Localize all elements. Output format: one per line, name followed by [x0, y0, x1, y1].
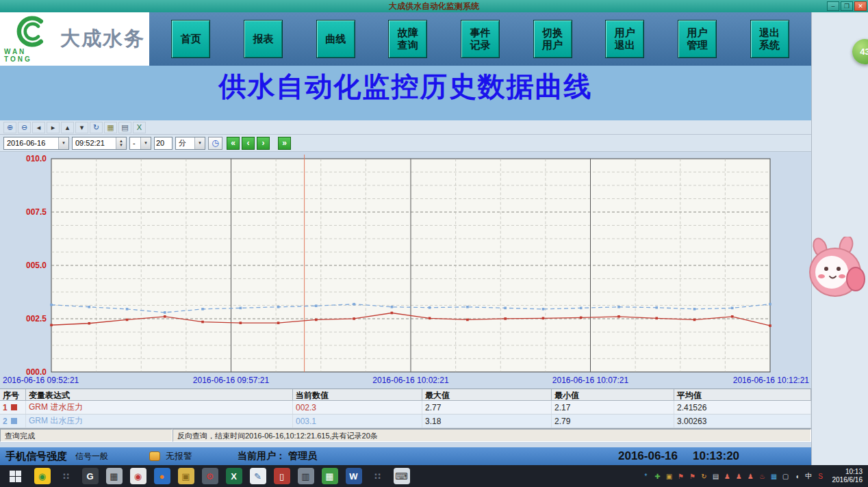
tray-bluetooth-icon[interactable]: *: [641, 473, 652, 480]
nav-button-user-logout[interactable]: 用户 退出: [605, 20, 644, 58]
x-tick-label: 2016-06-16 10:07:21: [552, 376, 629, 385]
taskbar-clock[interactable]: 10:13 2016/6/16: [829, 468, 868, 485]
taskbar-grip[interactable]: ∷: [54, 465, 78, 487]
tray-flag-icon[interactable]: ⚑: [676, 473, 687, 480]
taskbar-app-360browser[interactable]: ◉: [30, 465, 54, 487]
tray-grid-icon[interactable]: ▦: [769, 473, 780, 480]
zoom-in-icon[interactable]: ⊕: [3, 122, 16, 133]
zoom-out-icon[interactable]: ⊖: [18, 122, 31, 133]
nav-button-user-management[interactable]: 用户 管理: [678, 20, 717, 58]
taskbar-app-motorcycle[interactable]: ⚙: [198, 465, 222, 487]
info-strip: 手机信号强度 信号一般 无报警 当前用户： 管理员 2016-06-16 10:…: [0, 447, 811, 465]
variables-table: 序号 变量表达式 当前数值 最大值 最小值 平均值 1 GRM 进水压力 002…: [0, 389, 811, 428]
pan-down-icon[interactable]: ▾: [75, 122, 88, 133]
alarm-status: 无报警: [166, 450, 192, 462]
taskbar-app-calculator[interactable]: ▦: [102, 465, 126, 487]
export-excel-icon[interactable]: X: [133, 122, 146, 133]
spinner-arrows-icon[interactable]: ▲▼: [116, 137, 126, 149]
tray-shield-icon[interactable]: ✚: [652, 473, 663, 480]
x-tick-label: 2016-06-16 10:02:21: [372, 376, 449, 385]
app-header: WAN TONG 大成水务 首页报表曲线故障 查询事件 记录切换 用户用户 退出…: [0, 12, 811, 66]
print-icon[interactable]: ▤: [118, 122, 131, 133]
tray-ime-icon[interactable]: 中: [804, 471, 815, 481]
tray-monitor-icon[interactable]: ▢: [780, 473, 791, 480]
start-button[interactable]: [0, 465, 30, 487]
nav-button-reports[interactable]: 报表: [244, 20, 283, 58]
pan-right-icon[interactable]: ▸: [47, 122, 60, 133]
current-date: 2016-06-16: [618, 449, 678, 463]
unit-select[interactable]: 分 ▼: [175, 137, 205, 150]
taskbar-app-red-notebook[interactable]: ▯: [270, 465, 294, 487]
pan-left-icon[interactable]: ◂: [32, 122, 45, 133]
tray-flag2-icon[interactable]: ⚑: [687, 473, 698, 480]
signal-strength-label: 手机信号强度: [5, 450, 67, 463]
goto-last-button[interactable]: »: [278, 137, 291, 150]
tray-user-icon[interactable]: ♟: [722, 473, 733, 480]
record-nav: «‹›»: [227, 137, 291, 150]
goto-next-button[interactable]: ›: [257, 137, 270, 150]
system-tray: *✚▣⚑⚑↻▤♟♟♟♨▦▢◖中S: [641, 471, 829, 481]
tray-usb-icon[interactable]: ▤: [711, 473, 722, 480]
taskbar-app-scanner[interactable]: ▥: [294, 465, 318, 487]
main-nav: 首页报表曲线故障 查询事件 记录切换 用户用户 退出用户 管理退出 系统: [149, 12, 811, 66]
workspace: ⊕⊖◂▸▴▾↻▦▤X 2016-06-16 ▼ 09:52:21 ▲▼ - ▼ …: [0, 120, 811, 465]
nav-button-event-log[interactable]: 事件 记录: [461, 20, 500, 58]
brand-logo: WAN TONG 大成水务: [0, 12, 149, 66]
goto-first-button[interactable]: «: [227, 137, 240, 150]
x-tick-label: 2016-06-16 10:12:21: [733, 376, 810, 385]
time-spinner[interactable]: 09:52:21 ▲▼: [72, 137, 127, 150]
taskbar: ◉ ∷ G ▦ ◉ ● ▣ ⚙ X ✎ ▯ ▥: [0, 465, 868, 487]
chevron-down-icon: ▼: [58, 137, 68, 149]
table-row-outlet-pressure[interactable]: 2 GRM 出水压力 003.1 3.18 2.79 3.00263: [0, 414, 811, 428]
taskbar-app-word[interactable]: W: [342, 465, 366, 487]
taskbar-app-excel[interactable]: X: [222, 465, 246, 487]
tray-user2-icon[interactable]: ♟: [734, 473, 745, 480]
alarm-icon: [149, 451, 160, 461]
taskbar-app-photo-viewer[interactable]: ◉: [126, 465, 150, 487]
query-toolbar: 2016-06-16 ▼ 09:52:21 ▲▼ - ▼ 分 ▼ ◷ «‹›»: [0, 135, 811, 152]
pan-up-icon[interactable]: ▴: [61, 122, 74, 133]
nav-button-curves[interactable]: 曲线: [316, 20, 355, 58]
series-swatch-icon: [11, 418, 17, 424]
window-title: 大成供水自动化监测系统: [0, 1, 868, 12]
copy-chart-icon[interactable]: ▦: [104, 122, 117, 133]
taskbar-app-file-explorer[interactable]: ▣: [174, 465, 198, 487]
taskbar-app-pdf-reader[interactable]: G: [78, 465, 102, 487]
window-controls: – ❐ ✕: [827, 1, 867, 11]
y-tick-label: 002.5: [26, 314, 47, 324]
range-select[interactable]: - ▼: [129, 137, 151, 150]
taskbar-grip[interactable]: ∷: [366, 465, 390, 487]
close-button[interactable]: ✕: [854, 1, 867, 11]
query-status: 查询完成: [0, 429, 173, 442]
series-swatch-icon: [11, 404, 17, 410]
desktop-pet-mascot[interactable]: [802, 237, 868, 300]
date-select[interactable]: 2016-06-16 ▼: [3, 137, 69, 150]
windows-logo-icon: [10, 471, 21, 482]
tray-camera-icon[interactable]: ▣: [664, 473, 675, 480]
minimize-button[interactable]: –: [827, 1, 839, 11]
nav-button-fault-query[interactable]: 故障 查询: [388, 20, 427, 58]
tray-sync-icon[interactable]: ↻: [699, 473, 710, 480]
nav-button-exit-system[interactable]: 退出 系统: [750, 20, 789, 58]
brand-logo-icon: [11, 15, 51, 48]
tray-user3-icon[interactable]: ♟: [745, 473, 756, 480]
taskbar-app-accounting[interactable]: ▦: [318, 465, 342, 487]
nav-button-switch-user[interactable]: 切换 用户: [533, 20, 572, 58]
refresh-icon[interactable]: ↻: [90, 122, 103, 133]
taskbar-app-firefox[interactable]: ●: [150, 465, 174, 487]
time-query-button[interactable]: ◷: [208, 137, 222, 150]
taskbar-app-wps-writer[interactable]: ✎: [246, 465, 270, 487]
table-row-inlet-pressure[interactable]: 1 GRM 进水压力 002.3 2.77 2.17 2.41526: [0, 401, 811, 414]
nav-button-home[interactable]: 首页: [171, 20, 210, 58]
taskbar-app-touch-keyboard[interactable]: ⌨: [390, 465, 413, 487]
goto-prev-button[interactable]: ‹: [242, 137, 255, 150]
chart-container: 010.0007.5005.0002.5000.02016-06-16 09:5…: [0, 152, 811, 389]
history-curve-chart[interactable]: 010.0007.5005.0002.5000.02016-06-16 09:5…: [0, 153, 811, 389]
screen: 大成供水自动化监测系统 – ❐ ✕ WAN TONG 大成水务 首页报表曲线故障…: [0, 0, 868, 487]
tray-messenger-icon[interactable]: S: [815, 473, 826, 480]
query-detail: 反向查询，结束时间2016-06-16,10:12:21.615,共有记录20条: [173, 429, 811, 442]
tray-alert-icon[interactable]: ♨: [757, 473, 768, 480]
maximize-button[interactable]: ❐: [841, 1, 853, 11]
interval-input[interactable]: [154, 137, 173, 150]
tray-volume-icon[interactable]: ◖: [792, 473, 803, 480]
